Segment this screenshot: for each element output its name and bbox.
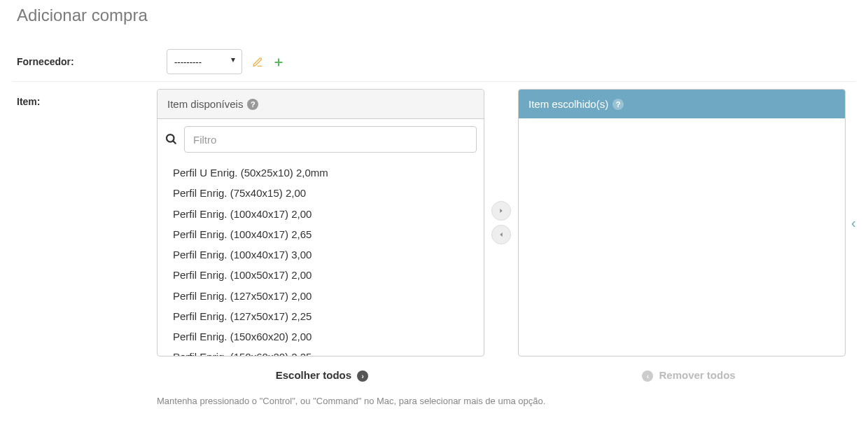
svg-line-3 <box>173 141 175 143</box>
available-panel-header: Item disponíveis ? <box>158 90 484 119</box>
help-icon[interactable]: ? <box>612 99 624 110</box>
list-item[interactable]: Perfil Enrig. (100x40x17) 2,65 <box>158 224 484 244</box>
available-panel-title: Item disponíveis <box>167 98 243 110</box>
remove-all-label: Remover todos <box>659 369 735 381</box>
transfer-controls <box>490 89 512 356</box>
chosen-panel-title: Item escolhido(s) <box>528 98 608 110</box>
chosen-items-list[interactable] <box>519 118 845 352</box>
available-items-list[interactable]: Perfil U Enrig. (50x25x10) 2,0mmPerfil E… <box>158 160 484 356</box>
filter-input[interactable] <box>184 126 477 153</box>
fornecedor-label: Fornecedor: <box>13 49 167 67</box>
choose-all-link[interactable]: Escolher todos › <box>157 365 490 386</box>
arrow-left-icon: ‹ <box>642 370 653 382</box>
list-item[interactable]: Perfil U Enrig. (50x25x10) 2,0mm <box>158 162 484 183</box>
pencil-icon[interactable] <box>252 57 263 68</box>
list-item[interactable]: Perfil Enrig. (75x40x15) 2,00 <box>158 183 484 203</box>
right-edge-indicator: ‹ <box>851 89 855 356</box>
move-left-button[interactable] <box>491 225 511 244</box>
item-row: Item: Item disponíveis ? Perfil U Enrig.… <box>13 81 855 413</box>
list-item[interactable]: Perfil Enrig. (150x60x20) 2,00 <box>158 326 484 347</box>
fornecedor-row: Fornecedor: --------- <box>13 42 855 81</box>
list-item[interactable]: Perfil Enrig. (127x50x17) 2,00 <box>158 286 484 306</box>
help-icon[interactable]: ? <box>247 99 258 110</box>
hint-text: Mantenha pressionado o "Control", ou "Co… <box>157 396 855 406</box>
list-item[interactable]: Perfil Enrig. (100x50x17) 2,00 <box>158 265 484 285</box>
list-item[interactable]: Perfil Enrig. (100x40x17) 3,00 <box>158 244 484 265</box>
arrow-right-icon: › <box>357 370 368 382</box>
choose-all-label: Escolher todos <box>276 369 351 381</box>
list-item[interactable]: Perfil Enrig. (150x60x20) 2,25 <box>158 347 484 356</box>
plus-icon[interactable] <box>273 57 284 68</box>
chosen-panel-header: Item escolhido(s) ? <box>519 90 845 118</box>
chosen-panel: Item escolhido(s) ? <box>518 89 846 356</box>
list-item[interactable]: Perfil Enrig. (127x50x17) 2,25 <box>158 306 484 326</box>
list-item[interactable]: Perfil Enrig. (100x40x17) 2,00 <box>158 204 484 224</box>
search-icon <box>164 132 177 147</box>
available-panel: Item disponíveis ? Perfil U Enrig. (50x2… <box>157 89 484 356</box>
move-right-button[interactable] <box>491 201 511 221</box>
fornecedor-select[interactable]: --------- <box>167 49 242 74</box>
item-label: Item: <box>13 89 157 107</box>
remove-all-link: ‹ Remover todos <box>521 365 854 386</box>
page-title: Adicionar compra <box>17 6 855 25</box>
